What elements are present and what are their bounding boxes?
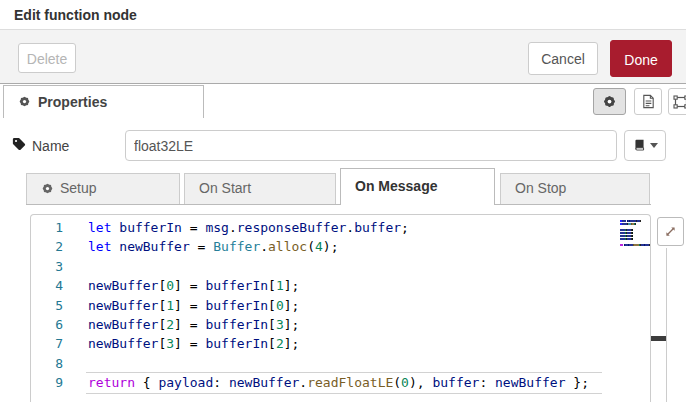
code-line-8[interactable] [88,354,589,373]
dialog-toolbar: Delete Cancel Done [0,30,686,84]
function-tabs: Setup On Start On Message On Stop [26,168,651,205]
line-number[interactable]: 8 [31,354,63,373]
tab-setup-label: Setup [60,180,97,196]
editor-minimap[interactable] [620,220,651,247]
document-icon [641,94,656,109]
properties-tab-label: Properties [38,94,107,110]
properties-tab-row: Properties [0,84,686,118]
node-settings-button[interactable] [593,88,626,115]
line-number[interactable]: 1 [31,218,63,237]
chevron-down-icon [650,143,658,148]
tab-on-start-label: On Start [199,180,251,196]
code-line-9[interactable]: return { payload: newBuffer.readFloatLE(… [88,373,589,392]
cancel-button[interactable]: Cancel [528,42,598,75]
expand-editor-button[interactable] [657,217,684,246]
line-number[interactable]: 2 [31,237,63,256]
node-description-button[interactable] [634,88,662,115]
book-icon [633,139,646,152]
code-editor[interactable]: 123456789 let bufferIn = msg.responseBuf… [30,214,651,402]
code-line-1[interactable]: let bufferIn = msg.responseBuffer.buffer… [88,218,589,237]
tab-on-message[interactable]: On Message [340,168,495,205]
line-number[interactable]: 6 [31,315,63,334]
gear-icon [18,95,31,108]
code-line-2[interactable]: let newBuffer = Buffer.alloc(4); [88,237,589,256]
edit-function-node-dialog: Edit function node Delete Cancel Done Pr… [0,0,686,402]
dialog-scrollbar[interactable] [651,248,667,402]
object-group-icon [673,94,686,110]
line-number[interactable]: 3 [31,257,63,276]
code-line-5[interactable]: newBuffer[1] = bufferIn[0]; [88,296,589,315]
gear-icon [602,94,617,109]
delete-button[interactable]: Delete [18,43,76,73]
code-line-4[interactable]: newBuffer[0] = bufferIn[1]; [88,276,589,295]
code-lines[interactable]: let bufferIn = msg.responseBuffer.buffer… [88,218,589,393]
tab-on-stop[interactable]: On Stop [500,173,650,204]
tabs-baseline [26,204,651,205]
library-button[interactable] [624,130,666,161]
line-number[interactable]: 4 [31,276,63,295]
dialog-header: Edit function node [0,0,686,30]
line-number[interactable]: 7 [31,334,63,353]
editor-gutter[interactable]: 123456789 [31,218,63,393]
done-button[interactable]: Done [610,40,672,77]
node-appearance-button[interactable] [668,88,686,115]
line-number[interactable]: 9 [31,373,63,392]
line-number[interactable]: 5 [31,296,63,315]
dialog-title: Edit function node [14,7,137,23]
tab-properties[interactable]: Properties [3,85,204,118]
code-line-6[interactable]: newBuffer[2] = bufferIn[3]; [88,315,589,334]
expand-icon [663,224,678,239]
tab-on-message-label: On Message [355,178,437,194]
tag-icon [12,137,26,151]
scrollbar-thumb[interactable] [651,336,666,341]
code-line-3[interactable] [88,257,589,276]
gear-icon [41,182,54,195]
tab-setup[interactable]: Setup [26,173,180,204]
tab-on-stop-label: On Stop [515,180,566,196]
name-label: Name [32,138,69,154]
name-row: Name [0,118,686,168]
code-line-7[interactable]: newBuffer[3] = bufferIn[2]; [88,334,589,353]
name-input[interactable] [125,130,617,161]
tab-on-start[interactable]: On Start [184,173,336,204]
